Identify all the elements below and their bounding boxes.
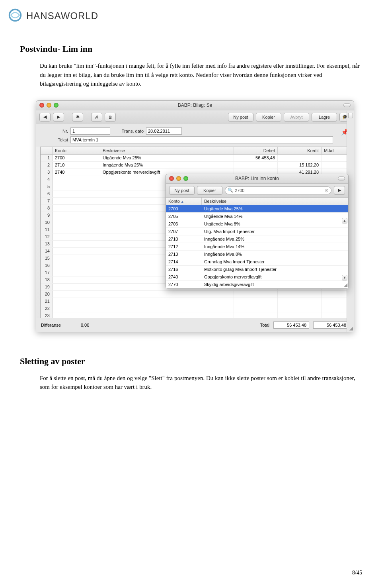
tekst-field[interactable]: MVA termin 1 xyxy=(70,136,333,143)
list-item[interactable]: 2712Inngående Mva 14% xyxy=(166,243,348,251)
nr-label: Nr. xyxy=(40,129,68,133)
scroll-up-icon[interactable]: ▲ xyxy=(342,218,347,223)
list-item[interactable]: 2740Oppgjørskonto merverdiavgift xyxy=(166,273,348,281)
search-value: 2700 xyxy=(235,188,244,193)
titlebar: BABP: Bilag: Se xyxy=(36,101,354,110)
copy-button[interactable]: Kopier xyxy=(256,113,281,122)
prev-button[interactable]: ◀ xyxy=(39,113,51,122)
side-chip-icon[interactable] xyxy=(348,113,353,118)
list-item[interactable]: 2714Grunnlag Mva Import Tjenester xyxy=(166,258,348,266)
total-label: Total xyxy=(260,323,269,327)
sort-asc-icon: ▲ xyxy=(181,200,184,204)
section-body-postvindu: Du kan bruke "lim inn"-funksjonen i mang… xyxy=(40,61,362,88)
print-icon[interactable]: 🖨 xyxy=(91,113,102,122)
list-item[interactable]: 2707Utg. Mva Import Tjenester xyxy=(166,228,348,235)
differanse-value: 0,00 xyxy=(81,323,89,327)
popup-copy-button[interactable]: Kopier xyxy=(197,186,222,195)
tekst-label: Tekst xyxy=(40,137,68,142)
popup-col-konto[interactable]: Konto▲ xyxy=(166,198,202,205)
scroll-down-icon[interactable]: ▼ xyxy=(342,275,347,280)
table-row[interactable]: 21 xyxy=(41,298,349,305)
screenshot-container: BABP: Bilag: Se ◀ ▶ ✱ 🖨 🗎 Ny post Kopier… xyxy=(36,100,362,332)
clear-icon[interactable]: ⊗ xyxy=(325,188,329,193)
table-row[interactable]: 23 xyxy=(41,312,349,318)
page-header: HANSAWORLD xyxy=(0,0,382,28)
col-mkd-header[interactable]: M-kd xyxy=(322,147,349,154)
popup-resize-icon[interactable]: ◢ xyxy=(344,282,347,288)
section-title-sletting: Sletting av poster xyxy=(20,356,362,367)
table-row[interactable]: 22710Inngående Mva 25%15 162,20 xyxy=(41,162,349,169)
next-button[interactable]: ▶ xyxy=(53,113,64,122)
table-row[interactable]: 22 xyxy=(41,305,349,312)
toolbar-pill-icon[interactable] xyxy=(343,103,351,107)
list-item[interactable]: 2705Utgående Mva 14% xyxy=(166,213,348,220)
differanse-label: Differanse xyxy=(41,323,61,327)
preview-icon[interactable]: 🗎 xyxy=(105,113,116,122)
dato-label: Trans. dato xyxy=(116,129,144,133)
popup-search-input[interactable]: 🔍 2700 ⊗ xyxy=(225,186,331,194)
popup-pill-icon[interactable] xyxy=(338,176,345,180)
page-number: 8/45 xyxy=(352,570,362,576)
list-item[interactable]: 2716Motkonto gr.lag Mva Import Tjenester xyxy=(166,266,348,273)
window-title: BABP: Bilag: Se xyxy=(36,102,354,108)
popup-col-beskrivelse[interactable]: Beskrivelse xyxy=(202,198,348,205)
search-icon: 🔍 xyxy=(228,188,233,193)
new-post-button[interactable]: Ny post xyxy=(228,113,253,122)
dato-field[interactable]: 28.02.2011 xyxy=(146,127,182,135)
col-debet-header[interactable]: Debet xyxy=(234,147,278,154)
voucher-window: BABP: Bilag: Se ◀ ▶ ✱ 🖨 🗎 Ny post Kopier… xyxy=(36,100,354,332)
popup-new-post-button[interactable]: Ny post xyxy=(169,186,195,195)
save-button[interactable]: Lagre xyxy=(312,113,337,122)
total-debet: 56 453,48 xyxy=(273,321,309,329)
col-kredit-header[interactable]: Kredit xyxy=(278,147,322,154)
popup-next-button[interactable]: ▶ xyxy=(334,186,345,195)
section-title-postvindu: Postvindu- Lim inn xyxy=(20,44,362,54)
form-area: Nr. 1 Trans. dato 28.02.2011 Tekst MVA t… xyxy=(36,124,354,147)
list-item[interactable]: 2706Utgående Mva 8% xyxy=(166,220,348,228)
hansaworld-logo-icon xyxy=(8,8,22,24)
nr-field[interactable]: 1 xyxy=(70,127,110,135)
cancel-button[interactable]: Avbryt xyxy=(284,113,309,122)
resize-icon[interactable]: ◢ xyxy=(349,325,353,331)
total-kredit: 56 453,48 xyxy=(313,321,349,329)
col-beskrivelse-header[interactable]: Beskrivelse xyxy=(100,147,234,154)
paste-account-popup: BABP: Lim inn konto Ny post Kopier 🔍 270… xyxy=(166,174,349,289)
table-row[interactable]: 12700Utgående Mva 25%56 453,48 xyxy=(41,155,349,162)
section-body-sletting: For å slette en post, må du åpne den og … xyxy=(40,374,362,392)
list-item[interactable]: 2713Inngående Mva 8% xyxy=(166,251,348,258)
table-row[interactable]: 20 xyxy=(41,291,349,298)
footer-row: Differanse 0,00 Total 56 453,48 56 453,4… xyxy=(36,318,354,332)
list-item[interactable]: 2710Inngående Mva 25% xyxy=(166,235,348,243)
toolbar: ◀ ▶ ✱ 🖨 🗎 Ny post Kopier Avbryt Lagre 🎓 xyxy=(36,110,354,124)
list-item[interactable]: 2700Utgående Mva 25% xyxy=(166,205,348,213)
popup-title: BABP: Lim inn konto xyxy=(166,176,348,181)
gear-icon[interactable]: ✱ xyxy=(72,113,83,122)
brand-name: HANSAWORLD xyxy=(26,10,98,22)
list-item[interactable]: 2770Skyldig arbeidsgiveravgift xyxy=(166,281,348,288)
col-konto-header[interactable]: Konto xyxy=(53,147,100,154)
